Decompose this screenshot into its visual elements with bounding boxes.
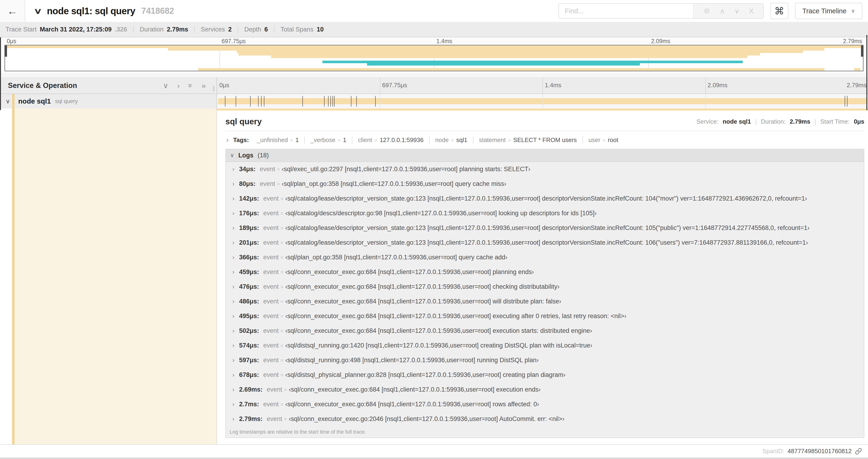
collapse-all-icon[interactable]: » <box>187 84 194 88</box>
log-expand-chevron-icon[interactable]: › <box>232 195 235 202</box>
span-duration-bar[interactable] <box>218 98 867 104</box>
log-field-key: event <box>263 224 279 232</box>
tick-label: 2.09ms <box>708 81 727 89</box>
log-expand-chevron-icon[interactable]: › <box>232 371 235 379</box>
tag-item[interactable]: _unfinished=1 <box>251 136 305 144</box>
equals-sign: = <box>280 240 283 245</box>
log-expand-chevron-icon[interactable]: › <box>232 401 235 408</box>
log-event-tick <box>264 96 265 107</box>
log-event-tick <box>250 96 251 107</box>
trace-id: 7418682 <box>142 6 174 16</box>
prev-result-icon[interactable]: ∧ <box>720 7 725 15</box>
minimap-span-bar <box>271 56 747 58</box>
tag-item[interactable]: statement=SELECT * FROM users <box>473 136 583 144</box>
log-row[interactable]: ›2.79ms:event=‹sql/conn_executor_exec.go… <box>226 412 864 426</box>
tag-item[interactable]: client=127.0.0.1:59936 <box>352 136 430 144</box>
log-row[interactable]: ›2.69ms:event=‹sql/conn_executor_exec.go… <box>226 382 864 397</box>
log-expand-chevron-icon[interactable]: › <box>232 386 235 393</box>
log-expand-chevron-icon[interactable]: › <box>232 357 235 364</box>
log-row[interactable]: ›476μs:event=‹sql/conn_executor_exec.go:… <box>226 280 864 294</box>
tag-item[interactable]: node=sql1 <box>430 136 473 144</box>
find-input[interactable]: Find... <box>559 4 693 18</box>
collapse-one-icon[interactable]: ∨ <box>163 82 168 89</box>
log-field-key: event <box>263 239 279 246</box>
clear-search-icon[interactable]: X <box>749 7 754 15</box>
right-scrubber-line[interactable] <box>866 35 867 110</box>
log-row[interactable]: ›459μs:event=‹sql/conn_executor_exec.go:… <box>226 265 864 280</box>
tags-expand-chevron-icon[interactable]: › <box>226 136 228 144</box>
log-row[interactable]: ›201μs:event=‹sql/catalog/lease/descript… <box>226 235 864 250</box>
keyboard-shortcuts-button[interactable]: ⌘ <box>770 3 788 19</box>
collapse-trace-chevron-icon[interactable]: ∨ <box>34 6 42 15</box>
tags-row[interactable]: › Tags: _unfinished=1_verbose=1client=12… <box>225 131 864 149</box>
tag-key: _unfinished <box>257 136 288 144</box>
log-timestamp: 366μs: <box>239 254 259 261</box>
log-expand-chevron-icon[interactable]: › <box>232 254 235 261</box>
log-row[interactable]: ›678μs:event=‹sql/distsql_physical_plann… <box>226 368 864 382</box>
log-row[interactable]: ›189μs:event=‹sql/catalog/lease/descript… <box>226 221 864 235</box>
log-expand-chevron-icon[interactable]: › <box>232 298 235 305</box>
span-bar-cell[interactable] <box>217 94 868 108</box>
equals-sign: = <box>280 372 283 378</box>
meta-label: Depth <box>244 26 261 33</box>
log-row[interactable]: ›176μs:event=‹sql/catalog/descs/descript… <box>226 206 864 221</box>
log-expand-chevron-icon[interactable]: › <box>232 415 235 423</box>
span-name-cell[interactable]: ∨ node sql1 sql query <box>0 94 217 108</box>
log-row[interactable]: ›80μs:event=‹sql/plan_opt.go:358 [nsql1,… <box>226 176 864 191</box>
log-expand-chevron-icon[interactable]: › <box>232 313 235 320</box>
log-row[interactable]: ›495μs:event=‹sql/conn_executor_exec.go:… <box>226 309 864 324</box>
meta-value: 6 <box>265 26 268 33</box>
expand-all-icon[interactable]: » <box>202 82 206 89</box>
next-result-icon[interactable]: ∨ <box>734 7 739 15</box>
log-timestamp: 574μs: <box>239 342 259 349</box>
viewport-left-handle[interactable] <box>5 45 7 57</box>
tag-value: 1 <box>343 136 346 144</box>
deep-link-icon[interactable] <box>855 448 862 455</box>
log-row[interactable]: ›142μs:event=‹sql/catalog/lease/descript… <box>226 191 864 206</box>
log-row[interactable]: ›574μs:event=‹sql/distsql_running.go:142… <box>226 338 864 353</box>
log-expand-chevron-icon[interactable]: › <box>232 283 235 290</box>
tick-label: 0μs <box>219 81 229 89</box>
log-expand-chevron-icon[interactable]: › <box>232 239 235 246</box>
log-expand-chevron-icon[interactable]: › <box>232 180 235 188</box>
meta-label: Duration <box>140 26 163 33</box>
log-row[interactable]: ›486μs:event=‹sql/conn_executor_exec.go:… <box>226 294 864 309</box>
trace-view-selector[interactable]: Trace Timeline ∨ <box>795 3 862 19</box>
locate-icon[interactable] <box>703 7 710 14</box>
log-row[interactable]: ›366μs:event=‹sql/plan_opt.go:358 [nsql1… <box>226 250 864 265</box>
log-row[interactable]: ›597μs:event=‹sql/distsql_running.go:498… <box>226 353 864 368</box>
meta-label: Total Spans <box>280 26 313 33</box>
left-scrubber-line[interactable] <box>0 37 1 110</box>
viewport-right-handle[interactable] <box>861 45 863 57</box>
log-expand-chevron-icon[interactable]: › <box>232 327 235 334</box>
span-detail-gutter[interactable] <box>0 108 217 444</box>
log-row[interactable]: ›2.7ms:event=‹sql/conn_executor_exec.go:… <box>226 397 864 412</box>
log-timestamp: 2.7ms: <box>239 401 259 408</box>
log-field-key: event <box>263 298 279 305</box>
log-event-tick <box>356 96 357 107</box>
log-expand-chevron-icon[interactable]: › <box>232 268 235 276</box>
column-resize-handle[interactable]: ∥ <box>212 85 215 92</box>
back-button[interactable]: ← <box>0 0 25 22</box>
span-row-node-sql1[interactable]: ∨ node sql1 sql query <box>0 94 868 108</box>
logs-header[interactable]: ∨ Logs (18) <box>226 149 864 162</box>
meta-value: 2 <box>228 26 232 33</box>
equals-sign: = <box>280 269 283 275</box>
log-expand-chevron-icon[interactable]: › <box>232 210 235 217</box>
log-expand-chevron-icon[interactable]: › <box>232 166 235 173</box>
timeline-minimap[interactable]: 0μs697.75μs1.4ms2.09ms2.79ms <box>0 37 868 73</box>
expand-one-icon[interactable]: › <box>177 82 180 89</box>
tick-label: 0μs <box>7 38 16 44</box>
tag-item[interactable]: _verbose=1 <box>305 136 352 144</box>
minimap-canvas[interactable] <box>4 45 864 71</box>
log-expand-chevron-icon[interactable]: › <box>232 224 235 232</box>
trace-meta-item: Duration2.79ms <box>140 26 195 33</box>
tag-item[interactable]: user=root <box>583 136 624 144</box>
log-expand-chevron-icon[interactable]: › <box>232 342 235 349</box>
find-group: Find... ∧ ∨ X <box>558 3 764 19</box>
log-timestamp: 142μs: <box>239 195 259 202</box>
log-row[interactable]: ›34μs:event=‹sql/exec_util.go:2297 [nsql… <box>226 162 864 176</box>
span-collapse-chevron-icon[interactable]: ∨ <box>6 98 10 105</box>
log-row[interactable]: ›502μs:event=‹sql/conn_executor_exec.go:… <box>226 324 864 338</box>
logs-collapse-chevron-icon[interactable]: ∨ <box>230 152 234 159</box>
